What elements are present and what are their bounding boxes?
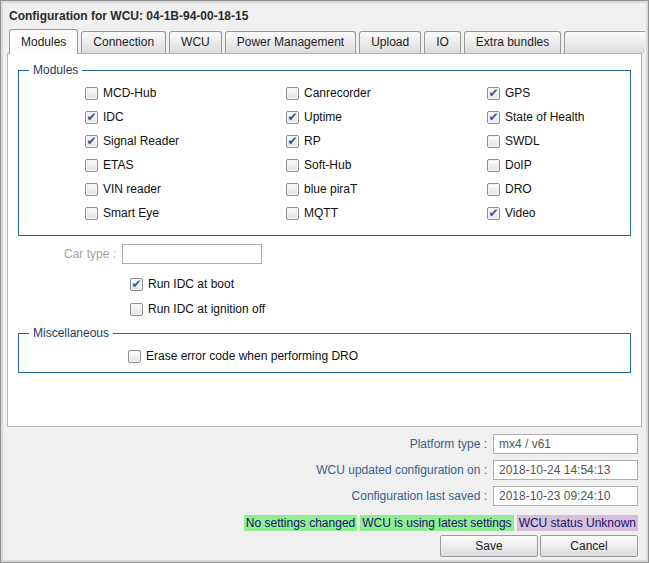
checkbox-label: Run IDC at boot (148, 277, 234, 291)
modules-column: Canrecorder✔Uptime✔RPSoft-Hubblue piraTM… (224, 85, 425, 229)
status-badge-no-settings-changed: No settings changed (244, 515, 357, 531)
checkbox-smart-eye[interactable]: Smart Eye (85, 205, 224, 221)
checkbox-vin-reader[interactable]: VIN reader (85, 181, 224, 197)
car-type-input[interactable] (122, 244, 262, 264)
tab-bar: ModulesConnectionWCUPower ManagementUplo… (4, 29, 645, 53)
modules-checkbox-grid: MCD-Hub✔IDC✔Signal ReaderETASVIN readerS… (23, 85, 626, 229)
checkbox-label: MQTT (304, 206, 338, 220)
configuration-last-saved-field[interactable] (493, 486, 638, 506)
tab-io[interactable]: IO (424, 31, 461, 53)
checkbox-box (130, 303, 143, 316)
checkbox-box (487, 159, 500, 172)
tab-content-modules: Modules MCD-Hub✔IDC✔Signal ReaderETASVIN… (7, 53, 642, 427)
checkbox-label: Erase error code when performing DRO (146, 349, 358, 363)
tab-extra-bundles[interactable]: Extra bundles (464, 31, 561, 53)
checkbox-label: Run IDC at ignition off (148, 302, 265, 316)
checkbox-label: IDC (103, 110, 124, 124)
modules-groupbox-title: Modules (29, 63, 82, 77)
tab-power-management[interactable]: Power Management (225, 31, 356, 53)
checkbox-signal-reader[interactable]: ✔Signal Reader (85, 133, 224, 149)
checkbox-label: GPS (505, 86, 530, 100)
cancel-button[interactable]: Cancel (540, 535, 638, 557)
checkbox-swdl[interactable]: SWDL (487, 133, 626, 149)
checkbox-box (286, 159, 299, 172)
checkbox-box (487, 183, 500, 196)
checkbox-box (85, 159, 98, 172)
status-badge-wcu-is-using-latest-settings: WCU is using latest settings (360, 515, 513, 531)
checkmark-icon: ✔ (286, 111, 299, 124)
checkbox-run-idc-at-ignition-off[interactable]: Run IDC at ignition off (130, 301, 635, 317)
tab-wcu[interactable]: WCU (169, 31, 222, 53)
save-button[interactable]: Save (440, 535, 538, 557)
checkbox-doip[interactable]: DoIP (487, 157, 626, 173)
tab-connection[interactable]: Connection (81, 31, 166, 53)
checkbox-etas[interactable]: ETAS (85, 157, 224, 173)
status-badge-wcu-status-unknown: WCU status Unknown (517, 515, 638, 531)
configuration-last-saved-row: Configuration last saved : (11, 486, 638, 506)
miscellaneous-groupbox-title: Miscellaneous (29, 326, 113, 340)
modules-column: ✔GPS✔State of HealthSWDLDoIPDRO✔Video (425, 85, 626, 229)
modules-groupbox: Modules MCD-Hub✔IDC✔Signal ReaderETASVIN… (18, 63, 631, 236)
checkbox-state-of-health[interactable]: ✔State of Health (487, 109, 626, 125)
miscellaneous-groupbox: Miscellaneous Erase error code when perf… (18, 326, 631, 373)
checkbox-label: Uptime (304, 110, 342, 124)
checkbox-label: RP (304, 134, 321, 148)
checkbox-label: DRO (505, 182, 532, 196)
checkbox-label: VIN reader (103, 182, 161, 196)
checkbox-run-idc-at-boot[interactable]: ✔Run IDC at boot (130, 276, 635, 292)
checkbox-label: ETAS (103, 158, 133, 172)
info-rows: Platform type :WCU updated configuration… (11, 434, 638, 512)
checkbox-canrecorder[interactable]: Canrecorder (286, 85, 425, 101)
dialog-buttons: Save Cancel (11, 535, 638, 557)
platform-type-row: Platform type : (11, 434, 638, 454)
idc-options: ✔Run IDC at bootRun IDC at ignition off (130, 276, 635, 317)
checkbox-label: Video (505, 206, 535, 220)
checkbox-label: Signal Reader (103, 134, 179, 148)
checkbox-label: State of Health (505, 110, 584, 124)
checkbox-erase-error-code-when-performing-dro[interactable]: Erase error code when performing DRO (128, 348, 626, 364)
checkmark-icon: ✔ (487, 111, 500, 124)
configuration-dialog: Configuration for WCU: 04-1B-94-00-18-15… (0, 0, 649, 563)
checkbox-soft-hub[interactable]: Soft-Hub (286, 157, 425, 173)
checkbox-idc[interactable]: ✔IDC (85, 109, 224, 125)
status-panel: Platform type :WCU updated configuration… (4, 427, 645, 559)
checkmark-icon: ✔ (85, 135, 98, 148)
wcu-updated-configuration-on-row: WCU updated configuration on : (11, 460, 638, 480)
tab-modules[interactable]: Modules (9, 29, 78, 54)
car-type-label: Car type : (14, 247, 122, 261)
checkbox-video[interactable]: ✔Video (487, 205, 626, 221)
checkbox-box (286, 87, 299, 100)
checkmark-icon: ✔ (487, 87, 500, 100)
checkbox-gps[interactable]: ✔GPS (487, 85, 626, 101)
checkbox-box (286, 207, 299, 220)
checkbox-label: DoIP (505, 158, 532, 172)
wcu-updated-configuration-on-field[interactable] (493, 460, 638, 480)
checkbox-label: Canrecorder (304, 86, 371, 100)
window-title: Configuration for WCU: 04-1B-94-00-18-15 (4, 4, 645, 29)
checkmark-icon: ✔ (85, 111, 98, 124)
checkbox-blue-pirat[interactable]: blue piraT (286, 181, 425, 197)
tab-upload[interactable]: Upload (359, 31, 421, 53)
checkbox-box (85, 207, 98, 220)
checkbox-mqtt[interactable]: MQTT (286, 205, 425, 221)
configuration-last-saved-label: Configuration last saved : (352, 489, 493, 503)
checkmark-icon: ✔ (487, 207, 500, 220)
tab-bar-filler (564, 31, 645, 53)
platform-type-field[interactable] (493, 434, 638, 454)
checkbox-rp[interactable]: ✔RP (286, 133, 425, 149)
checkbox-box (286, 183, 299, 196)
checkbox-label: SWDL (505, 134, 540, 148)
checkbox-dro[interactable]: DRO (487, 181, 626, 197)
checkbox-label: Soft-Hub (304, 158, 351, 172)
checkmark-icon: ✔ (130, 278, 143, 291)
wcu-updated-configuration-on-label: WCU updated configuration on : (316, 463, 493, 477)
checkbox-box (128, 350, 141, 363)
checkbox-label: MCD-Hub (103, 86, 156, 100)
modules-column: MCD-Hub✔IDC✔Signal ReaderETASVIN readerS… (23, 85, 224, 229)
checkbox-box (487, 135, 500, 148)
car-type-row: Car type : (14, 244, 635, 264)
checkmark-icon: ✔ (286, 135, 299, 148)
status-badge-row: No settings changedWCU is using latest s… (11, 515, 638, 531)
checkbox-uptime[interactable]: ✔Uptime (286, 109, 425, 125)
checkbox-mcd-hub[interactable]: MCD-Hub (85, 85, 224, 101)
